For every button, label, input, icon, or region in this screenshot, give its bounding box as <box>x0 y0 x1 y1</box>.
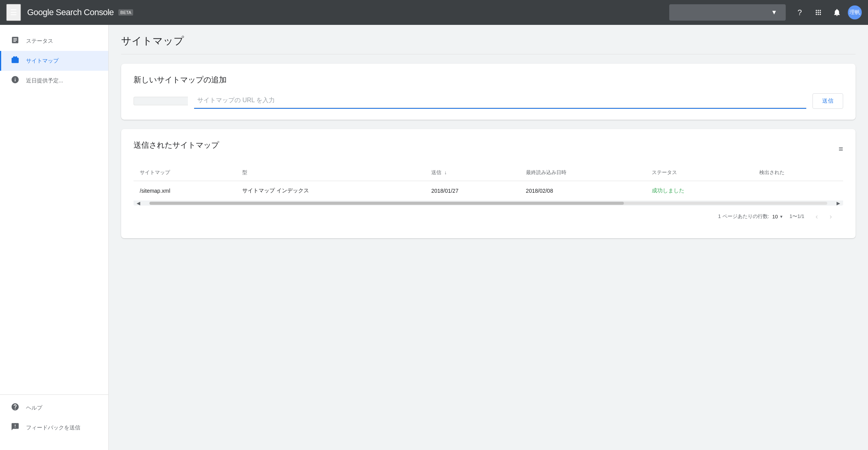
scroll-right-arrow[interactable]: ▶ <box>835 200 842 207</box>
rows-value: 10 <box>772 214 778 220</box>
cell-type: サイトマップ インデックス <box>236 181 425 201</box>
col-submitted[interactable]: 送信 ↓ <box>425 164 520 181</box>
submitted-title: 送信されたサイトマップ <box>134 140 219 150</box>
scroll-left-arrow[interactable]: ◀ <box>135 200 142 207</box>
sidebar-item-sitemap-label: サイトマップ <box>26 58 59 65</box>
sidebar-item-help-label: ヘルプ <box>26 405 42 412</box>
beta-badge: BETA <box>118 9 133 16</box>
sidebar-item-status[interactable]: ステータス <box>0 31 108 51</box>
pagination-range: 1〜1/1 <box>790 213 804 220</box>
sidebar-item-status-label: ステータス <box>26 38 53 45</box>
sidebar: ステータス サイトマップ 近日提供予定... ヘルプ <box>0 25 109 450</box>
url-input-wrapper <box>194 93 806 109</box>
rows-per-page-label: 1 ページあたりの行数: <box>718 213 769 220</box>
app-logo: Google Search Console BETA <box>27 7 133 17</box>
cell-last-read: 2018/02/08 <box>520 181 646 201</box>
app-title: Google Search Console <box>27 7 114 17</box>
rows-per-page: 1 ページあたりの行数: 10 ▼ <box>718 213 783 220</box>
page-title: サイトマップ <box>121 34 856 54</box>
pagination-nav: ‹ › <box>811 210 837 223</box>
main-layout: ステータス サイトマップ 近日提供予定... ヘルプ <box>0 25 868 450</box>
sitemap-url-input[interactable] <box>194 93 806 108</box>
topnav: ☰ Google Search Console BETA ▼ ? 理帆 <box>0 0 868 25</box>
help-button[interactable]: ? <box>792 5 807 20</box>
scrollbar-track <box>149 202 827 205</box>
add-sitemap-card: 新しいサイトマップの追加 送信 <box>121 64 856 120</box>
col-last-read: 最終読み込み日時 <box>520 164 646 181</box>
topnav-actions: ? 理帆 <box>792 5 862 20</box>
sidebar-item-coming-soon: 近日提供予定... <box>0 71 108 91</box>
col-sitemap: サイトマップ <box>134 164 236 181</box>
scrollbar-thumb <box>149 202 624 205</box>
col-detected: 検出された <box>753 164 843 181</box>
sitemap-icon <box>10 56 20 66</box>
feedback-icon <box>10 422 20 433</box>
rows-dropdown-icon: ▼ <box>779 215 783 219</box>
search-dropdown-button[interactable]: ▼ <box>767 7 781 18</box>
sidebar-item-feedback[interactable]: フィードバックを送信 <box>0 418 108 438</box>
info-icon <box>10 75 20 86</box>
cell-submitted: 2018/01/27 <box>425 181 520 201</box>
user-avatar[interactable]: 理帆 <box>848 5 862 19</box>
cell-status: 成功しました <box>646 181 753 201</box>
sidebar-item-sitemap[interactable]: サイトマップ <box>0 51 108 71</box>
rows-per-page-select[interactable]: 10 ▼ <box>772 214 783 220</box>
filter-icon[interactable]: ≡ <box>838 145 843 153</box>
submitted-sitemaps-card: 送信されたサイトマップ ≡ サイトマップ 型 送信 ↓ 最終読み込み日時 <box>121 129 856 238</box>
submitted-header: 送信されたサイトマップ ≡ <box>134 140 843 158</box>
apps-button[interactable] <box>811 5 826 20</box>
sort-icon: ↓ <box>444 169 447 175</box>
pagination: 1 ページあたりの行数: 10 ▼ 1〜1/1 ‹ › <box>134 206 843 227</box>
url-prefix-label <box>134 97 188 105</box>
sitemap-table-wrapper: サイトマップ 型 送信 ↓ 最終読み込み日時 ステータス 検出された <box>134 164 843 227</box>
site-search[interactable]: ▼ <box>669 4 786 21</box>
sidebar-item-coming-soon-label: 近日提供予定... <box>26 77 63 84</box>
col-type: 型 <box>236 164 425 181</box>
sitemap-table: サイトマップ 型 送信 ↓ 最終読み込み日時 ステータス 検出された <box>134 164 843 201</box>
horizontal-scrollbar[interactable]: ◀ ▶ <box>134 201 843 206</box>
table-header-row: サイトマップ 型 送信 ↓ 最終読み込み日時 ステータス 検出された <box>134 164 843 181</box>
next-page-button[interactable]: › <box>825 210 837 223</box>
cell-detected <box>753 181 843 201</box>
hamburger-button[interactable]: ☰ <box>6 4 21 21</box>
sidebar-bottom: ヘルプ フィードバックを送信 <box>0 391 108 438</box>
col-status: ステータス <box>646 164 753 181</box>
add-sitemap-form: 送信 <box>134 93 843 109</box>
table-row: /sitemap.xml サイトマップ インデックス 2018/01/27 20… <box>134 181 843 201</box>
sidebar-item-help[interactable]: ヘルプ <box>0 398 108 418</box>
sidebar-item-feedback-label: フィードバックを送信 <box>26 424 80 431</box>
help-icon <box>10 403 20 413</box>
search-input[interactable] <box>674 9 767 16</box>
cell-sitemap: /sitemap.xml <box>134 181 236 201</box>
notifications-button[interactable] <box>829 5 845 20</box>
main-content: サイトマップ 新しいサイトマップの追加 送信 送信されたサイトマップ ≡ <box>109 25 868 450</box>
add-sitemap-title: 新しいサイトマップの追加 <box>134 75 843 85</box>
prev-page-button[interactable]: ‹ <box>811 210 823 223</box>
status-icon <box>10 36 20 46</box>
submit-button[interactable]: 送信 <box>812 93 843 109</box>
